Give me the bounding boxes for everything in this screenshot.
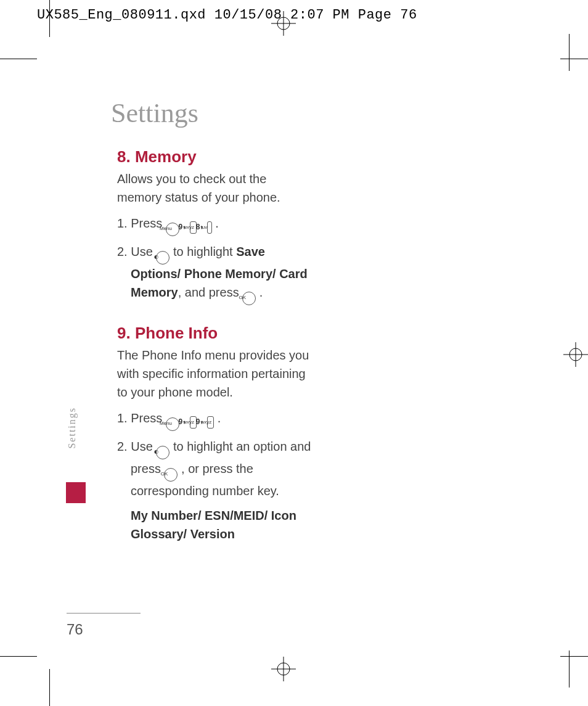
side-tab-label: Settings: [67, 407, 78, 449]
page-number: 76: [67, 621, 83, 638]
menu-key-icon: Menu: [166, 223, 179, 236]
heading-memory: 8. Memory: [117, 147, 314, 166]
ok-key-icon: OK: [242, 292, 256, 305]
prepress-slug: UX585_Eng_080911.qxd 10/15/08 2:07 PM Pa…: [37, 7, 417, 23]
page-number-rule: [67, 613, 141, 614]
side-tab: Settings: [67, 407, 85, 449]
phoneinfo-intro: The Phone Info menu provides you with sp…: [117, 346, 314, 401]
nine-key-icon: 9wxyz: [207, 416, 214, 429]
body-content: 8. Memory Allows you to check out the me…: [117, 139, 314, 549]
page-title: Settings: [111, 97, 198, 129]
ok-key-icon: OK: [164, 468, 178, 482]
crop-mark: [49, 669, 50, 706]
crop-mark: [0, 656, 37, 657]
crop-mark: [0, 59, 37, 59]
step-text: to highlight: [173, 245, 236, 258]
memory-step-2: 2. Use ◐ to highlight Save Options/ Phon…: [117, 242, 314, 305]
registration-mark-icon: [271, 657, 296, 681]
menu-key-icon: Menu: [166, 417, 179, 431]
phoneinfo-options: My Number/ ESN/MEID/ Icon Glossary/ Vers…: [117, 506, 314, 543]
nav-key-icon: ◐: [156, 251, 169, 265]
step-text: , and press: [178, 285, 243, 299]
period: .: [215, 216, 219, 230]
crop-mark: [569, 34, 570, 71]
heading-phone-info: 9. Phone Info: [117, 324, 314, 342]
step-text: 1. Press: [117, 411, 166, 425]
crop-mark: [560, 656, 588, 657]
nav-key-icon: ◐: [156, 446, 169, 459]
phoneinfo-step-1: 1. Press Menu , 9wxyz , 9wxyz .: [117, 409, 314, 431]
step-text: 1. Press: [117, 216, 166, 230]
side-tab-bar: [66, 482, 86, 503]
period: .: [259, 285, 263, 299]
memory-step-1: 1. Press Menu , 9wxyz , 8tuv .: [117, 214, 314, 236]
registration-mark-icon: [563, 342, 588, 367]
period: .: [218, 411, 221, 425]
phoneinfo-step-2: 2. Use ◐ to highlight an option and pres…: [117, 437, 314, 500]
crop-mark: [560, 59, 588, 59]
step-text: 2. Use: [117, 245, 156, 258]
eight-key-icon: 8tuv: [207, 221, 212, 234]
crop-mark: [569, 651, 570, 688]
step-text: 2. Use: [117, 440, 156, 453]
memory-intro: Allows you to check out the memory statu…: [117, 170, 314, 207]
